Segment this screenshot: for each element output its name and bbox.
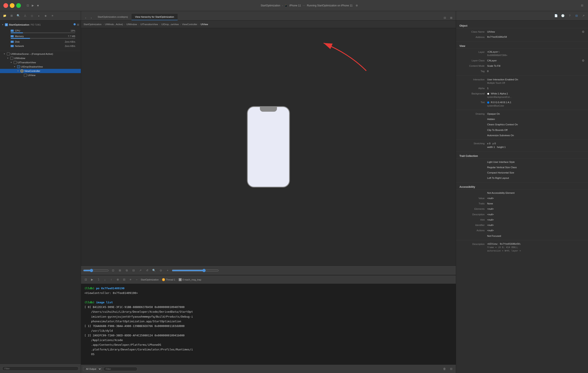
memory-icon[interactable]: ⊟ (122, 277, 127, 282)
trash-icon[interactable]: 🗑 (442, 366, 447, 372)
debug-sidebar-icon[interactable]: ⊡ (83, 277, 88, 282)
tree-item-transition[interactable]: ▼ UITransitionView (0, 60, 81, 65)
canvas-toolbar: ⊡ ⊞ ⧉ ⊟ ↗ ↺ 🔍 ⊙ + (81, 266, 456, 275)
trait-vertical-value: Regular Vertical Size Class (487, 166, 585, 169)
test-icon[interactable]: ◇ (29, 13, 34, 18)
debug-cmd-2: image list (96, 301, 113, 304)
frame-icon[interactable]: ⊡ (110, 268, 116, 273)
background-row: Background White:1 Alpha:1 systemBackgro… (456, 91, 588, 100)
back-icon[interactable]: ‹ (83, 15, 88, 20)
thread-icon[interactable]: ≡ (128, 277, 133, 282)
bc-frame: 0 mach_msg_trap (182, 278, 201, 281)
actions-row: Actions <null> (456, 228, 588, 233)
add-tab-icon[interactable]: ⊕ (354, 3, 359, 8)
insp-share-icon[interactable]: ↗ (581, 13, 586, 18)
bc-start-optimization[interactable]: StartOptimization (84, 23, 102, 26)
simulate-icon[interactable]: ← (134, 277, 139, 282)
split-view-icon[interactable]: ⊟ (579, 3, 585, 8)
drawing-row: Drawing Opaque On (456, 111, 588, 117)
a11y-desc-label: Description (460, 213, 487, 216)
trait-layout-row: Left To Right Layout (456, 176, 588, 181)
inspector-toggle-icon[interactable]: ⊟ (442, 15, 447, 20)
insp-clock-icon[interactable]: 🕐 (560, 13, 565, 18)
insp-file-icon[interactable]: 📄 (554, 13, 559, 18)
find-icon[interactable]: 🔍 (16, 13, 21, 18)
layer-class-gear-icon[interactable]: ⚙ (582, 59, 585, 62)
maximize-button[interactable] (16, 3, 21, 8)
inspector-icons[interactable]: ⊞ (449, 15, 454, 20)
process-name: StartOptimization (9, 23, 29, 26)
class-gear-icon[interactable]: ⚙ (582, 30, 585, 33)
dropshadow-icon (17, 65, 20, 68)
bc-uiwindow[interactable]: UIWindow (126, 23, 137, 26)
bc-uiwindow-active[interactable]: UIWindo...Active) (105, 23, 123, 26)
duplicate-icon[interactable]: ⧉ (124, 268, 129, 273)
hierarchy-icon[interactable]: ⊟ (131, 268, 136, 273)
alpha-value: 1 (487, 86, 585, 90)
a11y-value-label: Value (460, 197, 487, 200)
rotate-icon[interactable]: ↺ (145, 268, 150, 273)
zoom-out-icon[interactable]: 🔍 (151, 268, 157, 273)
folder-icon[interactable]: 📁 (2, 13, 7, 18)
step-over-icon[interactable]: ⤵ (96, 277, 101, 282)
minimize-button[interactable] (10, 3, 14, 8)
share-icon[interactable]: ↗ (138, 268, 143, 273)
debug-icon[interactable]: ⬧ (36, 13, 41, 18)
debug-area: ⊡ ▶ ⤵ ↓ ↑ ⊕ ⊟ ≡ ← StartOptimization › T … (81, 275, 456, 373)
sidebar-toggle-icon[interactable]: ⊡ (25, 3, 30, 8)
elements-label: Elements (460, 207, 487, 211)
pid-badge: PID 71961 (31, 24, 41, 26)
filter-icon[interactable]: ⊟ (449, 366, 454, 372)
run-button[interactable]: ▶ (30, 3, 35, 8)
traits-value: None (487, 202, 585, 206)
tab-project[interactable]: StartOptimization.xcodeproj (94, 14, 131, 20)
tab-hierarchy[interactable]: View hierarchy for StartOptimization (132, 14, 177, 20)
process-header[interactable]: ▼ A StartOptimization PID 71961 ⊟ (0, 22, 81, 28)
insp-inspector-icon[interactable]: ⊟ (574, 13, 579, 18)
debug-filter-input[interactable] (103, 367, 137, 371)
bc-uitransitionview[interactable]: UITransitionView (140, 23, 158, 26)
step-out-icon[interactable]: ↑ (109, 277, 114, 282)
disk-label: Disk (15, 41, 20, 43)
tint-row: Tint R:0 G:0.48 B:1 A:1 systemBlueColor (456, 100, 588, 108)
output-selector[interactable]: All Output (83, 367, 102, 371)
tree-item-scene[interactable]: ▼ UIWindowScene – (Foreground Active) (0, 52, 81, 56)
inspector-icon[interactable]: ⊠ (9, 13, 14, 18)
warning-icon[interactable]: ⚠ (23, 13, 28, 18)
viewcontroller-icon (21, 70, 23, 73)
process-tree: ▼ A StartOptimization PID 71961 ⊟ (0, 21, 81, 364)
zoom-slider-left[interactable] (83, 269, 109, 272)
breakpoint-icon[interactable]: ◈ (43, 13, 48, 18)
sidebar-bottom (0, 364, 81, 373)
zoom-in-icon[interactable]: + (165, 268, 170, 273)
breakpoints-icon[interactable]: ⊕ (115, 277, 120, 282)
forward-icon[interactable]: › (89, 15, 94, 20)
sidebar: 📁 ⊠ 🔍 ⚠ ◇ ⬧ ◈ ≡ ▼ A StartOptimization PI… (0, 11, 81, 373)
depth-slider[interactable] (172, 269, 219, 272)
bc-viewcontroller[interactable]: ViewController (182, 23, 197, 26)
address-value: 0x7fee81606e50 (487, 35, 585, 39)
layout-icon[interactable]: ⊞ (117, 268, 122, 273)
continue-icon[interactable]: ▶ (90, 277, 95, 282)
cpu-value: 19% (71, 29, 75, 32)
stop-button[interactable]: ■ (35, 3, 41, 8)
zoom-fit-icon[interactable]: ⊙ (158, 268, 163, 273)
bc-uiview-selected[interactable]: UIView (201, 23, 208, 26)
elements-row: Elements <null> (456, 206, 588, 212)
insp-help-icon[interactable]: ? (567, 13, 572, 18)
memory-label: Memory (15, 35, 24, 38)
tree-item-dropshadow[interactable]: ▼ UIDropShadowView (0, 65, 81, 69)
titlebar: ⊡ ▶ ■ StartOptimization › 📱 iPhone 11 — … (0, 0, 588, 11)
step-into-icon[interactable]: ↓ (102, 277, 107, 282)
tree-item-window[interactable]: ▼ UIWindow (0, 56, 81, 60)
uiview-label: UIView (28, 74, 35, 76)
sidebar-filter-input[interactable] (2, 366, 79, 371)
disk-bar-icon (11, 41, 14, 43)
bc-uidropowview[interactable]: UIDrop...owView (161, 23, 179, 26)
not-accessibility-row: Not Accessibility Element (456, 190, 588, 196)
network-bar-icon (11, 45, 14, 47)
close-button[interactable] (3, 3, 8, 8)
report-icon[interactable]: ≡ (50, 13, 55, 18)
tree-item-viewcontroller[interactable]: ▼ ViewController (0, 69, 81, 73)
tree-item-uiview[interactable]: ▶ UIView (0, 73, 81, 77)
